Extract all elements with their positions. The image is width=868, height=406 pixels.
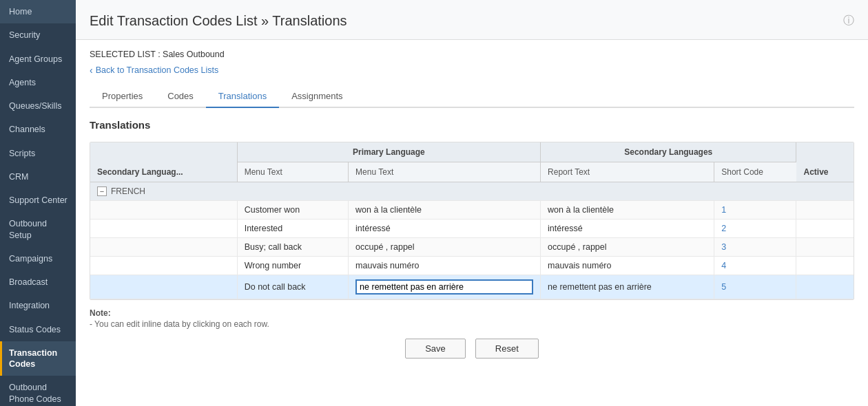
cell-secondary-language: [90, 238, 237, 257]
cell-active: [796, 201, 854, 220]
sidebar-item-outbound-phone-codes[interactable]: Outbound Phone Codes: [0, 376, 76, 406]
tab-bar: Properties Codes Translations Assignment…: [90, 85, 854, 108]
table-row[interactable]: Interested intéressé intéressé 2: [90, 220, 854, 238]
table-header-row-1: Secondary Languag... Primary Language Se…: [90, 142, 854, 162]
cell-secondary-menu-text: mauvais numéro: [349, 257, 541, 275]
sidebar-item-broadcast[interactable]: Broadcast: [0, 270, 76, 294]
cell-report-text: mauvais numéro: [541, 257, 714, 275]
info-icon[interactable]: ⓘ: [843, 14, 854, 28]
col-header-short-code: Short Code: [714, 162, 796, 182]
cell-report-text: ne remettent pas en arrière: [541, 275, 714, 299]
table-row-selected[interactable]: Do not call back ne remettent pas en arr…: [90, 275, 854, 299]
save-button[interactable]: Save: [405, 339, 466, 359]
cell-short-code: 5: [714, 275, 796, 299]
sidebar-item-agents[interactable]: Agents: [0, 71, 76, 94]
cell-active: [796, 275, 854, 299]
cell-active: [796, 220, 854, 238]
selected-list-label: SELECTED LIST : Sales Outbound: [90, 50, 854, 59]
tab-codes[interactable]: Codes: [155, 85, 206, 108]
cell-short-code: 1: [714, 201, 796, 220]
col-header-secondary-menu-text: Menu Text: [349, 162, 541, 182]
col-header-primary-language: Primary Language: [237, 142, 540, 162]
cell-secondary-language: [90, 275, 237, 299]
cell-report-text: intéressé: [541, 220, 714, 238]
sidebar-item-crm[interactable]: CRM: [0, 165, 76, 189]
table-row[interactable]: Busy; call back occupé , rappel occupé ,…: [90, 238, 854, 257]
tab-assignments[interactable]: Assignments: [279, 85, 355, 108]
cell-short-code: 4: [714, 257, 796, 275]
cell-secondary-menu-text: intéressé: [349, 220, 541, 238]
cell-secondary-language: [90, 201, 237, 220]
collapse-french-btn[interactable]: −: [97, 186, 107, 196]
sidebar-item-queues-skills[interactable]: Queues/Skills: [0, 94, 76, 118]
col-header-report-text: Report Text: [541, 162, 714, 182]
cell-primary-menu-text: Interested: [237, 220, 348, 238]
cell-secondary-language: [90, 220, 237, 238]
cell-primary-menu-text: Wrong number: [237, 257, 348, 275]
section-title: Translations: [90, 119, 854, 131]
main-content: Edit Transaction Codes List » Translatio…: [76, 0, 868, 406]
table-row[interactable]: Customer won won à la clientèle won à la…: [90, 201, 854, 220]
group-header-cell: − FRENCH: [90, 182, 854, 201]
back-chevron-icon: ‹: [90, 65, 93, 76]
reset-button[interactable]: Reset: [475, 339, 539, 359]
cell-primary-menu-text: Busy; call back: [237, 238, 348, 257]
col-header-secondary-languages: Secondary Languages: [541, 142, 796, 162]
cell-active: [796, 238, 854, 257]
cell-secondary-menu-text: won à la clientèle: [349, 201, 541, 220]
sidebar-item-integration[interactable]: Integration: [0, 294, 76, 317]
cell-primary-menu-text: Customer won: [237, 201, 348, 220]
cell-short-code: 2: [714, 220, 796, 238]
translations-table: Secondary Languag... Primary Language Se…: [90, 142, 854, 300]
sidebar-item-transaction-codes[interactable]: Transaction Codes: [0, 341, 76, 376]
sidebar-item-agent-groups[interactable]: Agent Groups: [0, 47, 76, 71]
col-header-primary-menu-text: Menu Text: [237, 162, 348, 182]
tab-translations[interactable]: Translations: [206, 85, 279, 108]
sidebar-item-status-codes[interactable]: Status Codes: [0, 318, 76, 341]
table-row[interactable]: Wrong number mauvais numéro mauvais numé…: [90, 257, 854, 275]
cell-active: [796, 257, 854, 275]
sidebar-item-campaigns[interactable]: Campaigns: [0, 247, 76, 270]
button-row: Save Reset: [90, 339, 854, 359]
sidebar: Home Security Agent Groups Agents Queues…: [0, 0, 76, 406]
group-label-french: FRENCH: [111, 186, 145, 196]
content-area: SELECTED LIST : Sales Outbound ‹ Back to…: [76, 40, 868, 406]
sidebar-item-support-center[interactable]: Support Center: [0, 189, 76, 212]
tab-properties[interactable]: Properties: [90, 85, 155, 108]
col-header-secondary-language: Secondary Languag...: [90, 142, 237, 182]
sidebar-item-channels[interactable]: Channels: [0, 118, 76, 141]
note-section: Note: - You can edit inline data by clic…: [90, 308, 854, 329]
cell-report-text: won à la clientèle: [541, 201, 714, 220]
back-link[interactable]: ‹ Back to Transaction Codes Lists: [90, 65, 854, 76]
col-header-active: Active: [796, 142, 854, 182]
sidebar-item-scripts[interactable]: Scripts: [0, 142, 76, 165]
cell-report-text: occupé , rappel: [541, 238, 714, 257]
group-header-french[interactable]: − FRENCH: [90, 182, 854, 201]
sidebar-item-outbound-setup[interactable]: Outbound Setup: [0, 212, 76, 247]
cell-primary-menu-text: Do not call back: [237, 275, 348, 299]
cell-secondary-menu-text-editing[interactable]: [349, 275, 541, 299]
sidebar-item-home[interactable]: Home: [0, 0, 76, 23]
cell-secondary-menu-text: occupé , rappel: [349, 238, 541, 257]
inline-edit-input[interactable]: [355, 279, 533, 295]
sidebar-item-security[interactable]: Security: [0, 23, 76, 47]
cell-short-code: 3: [714, 238, 796, 257]
page-title: Edit Transaction Codes List » Translatio…: [90, 13, 347, 29]
page-header: Edit Transaction Codes List » Translatio…: [76, 0, 868, 40]
cell-secondary-language: [90, 257, 237, 275]
